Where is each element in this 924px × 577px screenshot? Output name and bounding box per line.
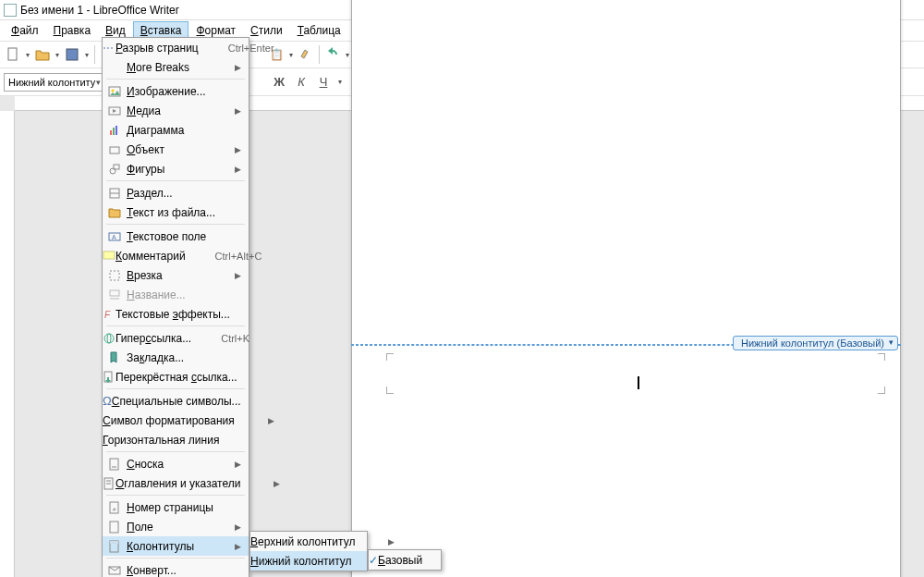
dropdown-icon[interactable] [287, 45, 295, 64]
svg-rect-56 [103, 252, 115, 259]
insert-menu-item[interactable]: Оглавления и указатели▶ [103, 473, 249, 493]
window-title: Без имени 1 - LibreOffice Writer [20, 4, 179, 17]
insert-menu-item[interactable]: Изображение... [103, 81, 249, 101]
insert-menu-item[interactable]: Гиперссылка...Ctrl+K [103, 328, 249, 348]
vertical-ruler[interactable] [0, 111, 15, 577]
margin-marker [386, 353, 394, 361]
bold-icon[interactable]: Ж [270, 73, 288, 92]
insert-menu-item[interactable]: FТекстовые эффекты... [103, 304, 249, 324]
insert-menu-item[interactable]: Врезка▶ [103, 265, 249, 285]
dropdown-icon[interactable] [24, 45, 31, 64]
insert-menu[interactable]: Разрыв страницCtrl+EnterMore Breaks▶Изоб… [102, 37, 249, 577]
undo-icon[interactable] [323, 45, 342, 64]
dropdown-icon[interactable] [344, 45, 351, 64]
svg-rect-1 [67, 49, 78, 60]
svg-rect-73 [110, 541, 118, 544]
document-icon [4, 4, 17, 17]
insert-menu-item[interactable]: Текст из файла... [103, 203, 249, 222]
insert-menu-item[interactable]: Медиа▶ [103, 101, 249, 120]
hf-submenu-item[interactable]: Верхний колонтитул▶ [250, 532, 367, 551]
header-footer-submenu[interactable]: Верхний колонтитул▶Нижний колонтитул▶ [249, 531, 368, 571]
paragraph-style-select[interactable]: Нижний колонтиту [4, 73, 105, 92]
menu-файл[interactable]: Файл [4, 21, 46, 40]
svg-rect-64 [110, 459, 118, 470]
insert-menu-item[interactable]: Конверт... [103, 560, 249, 577]
insert-menu-item[interactable]: Разрыв страницCtrl+Enter [103, 38, 249, 57]
insert-menu-item[interactable]: Поле▶ [103, 517, 249, 536]
svg-text:F: F [104, 310, 111, 320]
svg-rect-46 [110, 130, 112, 135]
underline-icon[interactable]: Ч [314, 73, 333, 92]
insert-menu-item[interactable]: Горизонтальная линия [103, 430, 249, 449]
insert-menu-item[interactable]: Диаграмма [103, 120, 249, 140]
document-page[interactable] [351, 0, 901, 577]
insert-menu-item[interactable]: Объект▶ [103, 140, 249, 159]
insert-menu-item[interactable]: Раздел... [103, 183, 249, 203]
footer-submenu-item[interactable]: ✓Базовый [369, 550, 441, 570]
insert-menu-item[interactable]: ΩСпециальные символы... [103, 391, 249, 411]
svg-point-62 [107, 334, 111, 343]
svg-rect-0 [8, 48, 17, 60]
open-icon[interactable] [33, 45, 52, 64]
insert-menu-item[interactable]: AТекстовое поле [103, 227, 249, 246]
svg-text:A: A [112, 234, 116, 240]
footer-submenu[interactable]: ✓Базовый [368, 549, 442, 571]
svg-rect-49 [110, 147, 119, 153]
insert-menu-item[interactable]: Символ форматирования▶ [103, 411, 249, 430]
menu-правка[interactable]: Правка [46, 21, 99, 40]
dropdown-icon[interactable] [336, 73, 344, 92]
text-cursor [638, 376, 639, 389]
svg-rect-57 [110, 271, 119, 280]
svg-rect-48 [116, 126, 117, 135]
insert-menu-item[interactable]: Закладка... [103, 348, 249, 367]
insert-menu-item[interactable]: Сноска▶ [103, 454, 249, 473]
svg-rect-58 [110, 290, 119, 296]
insert-menu-item[interactable]: More Breaks▶ [103, 57, 249, 77]
insert-menu-item[interactable]: Название... [103, 285, 249, 304]
margin-marker [386, 387, 394, 394]
margin-marker [878, 353, 885, 361]
svg-point-61 [104, 334, 114, 343]
clone-format-icon[interactable] [297, 45, 315, 64]
svg-text:#: # [113, 507, 116, 512]
insert-menu-item[interactable]: Перекрёстная ссылка... [103, 367, 249, 387]
svg-point-44 [112, 89, 115, 92]
italic-icon[interactable]: К [292, 73, 310, 92]
insert-menu-item[interactable]: КомментарийCtrl+Alt+C [103, 246, 249, 265]
svg-rect-47 [113, 128, 115, 135]
insert-menu-item[interactable]: Колонтитулы▶ [103, 536, 249, 556]
hf-submenu-item[interactable]: Нижний колонтитул▶ [250, 551, 367, 571]
save-icon[interactable] [63, 45, 81, 64]
margin-marker [878, 387, 885, 394]
insert-menu-item[interactable]: #Номер страницы [103, 497, 249, 517]
insert-menu-item[interactable]: Фигуры▶ [103, 159, 249, 178]
svg-rect-71 [110, 522, 118, 533]
menu-стили[interactable]: Стили [243, 21, 290, 40]
dropdown-icon[interactable] [54, 45, 61, 64]
menu-таблица[interactable]: Таблица [290, 21, 348, 40]
new-icon[interactable] [4, 45, 22, 64]
footer-tag-button[interactable]: Нижний колонтитул (Базовый) [733, 336, 898, 350]
dropdown-icon[interactable] [83, 45, 91, 64]
